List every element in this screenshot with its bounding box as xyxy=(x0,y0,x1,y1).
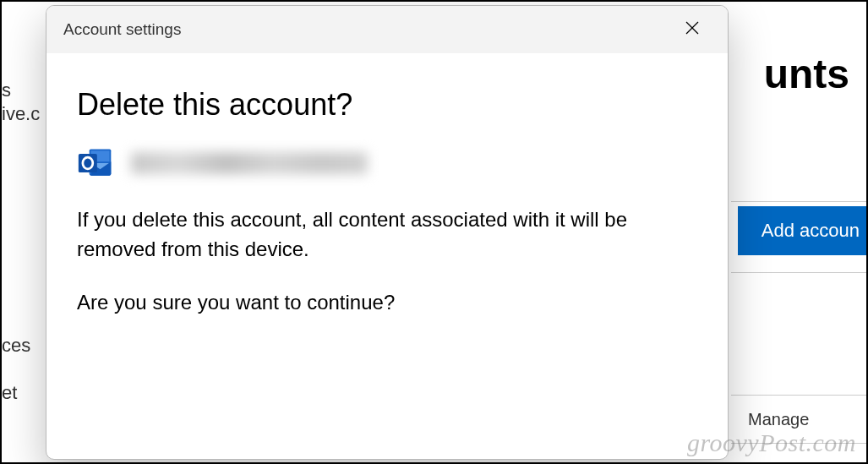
manage-label: Manage xyxy=(748,410,809,429)
manage-row[interactable]: Manage xyxy=(731,395,866,444)
sidebar-text-fragment: ces xyxy=(2,335,30,357)
divider xyxy=(731,201,866,202)
close-icon xyxy=(685,21,699,39)
sidebar-text-fragment: ive.c xyxy=(2,103,40,125)
dialog-warning-text: If you delete this account, all content … xyxy=(77,205,697,265)
sidebar-text-fragment: et xyxy=(2,382,17,404)
divider xyxy=(731,272,866,273)
dialog-confirm-text: Are you sure you want to continue? xyxy=(77,288,697,318)
account-settings-dialog: Account settings Delete this account? xyxy=(46,5,729,460)
add-account-button[interactable]: Add accoun xyxy=(738,206,866,255)
close-button[interactable] xyxy=(674,11,711,48)
dialog-heading: Delete this account? xyxy=(77,87,697,123)
page-title-fragment: unts xyxy=(764,51,849,97)
dialog-header-title: Account settings xyxy=(63,20,181,39)
account-row xyxy=(77,145,697,182)
sidebar-text-fragment: s xyxy=(2,79,11,101)
account-email-redacted xyxy=(131,152,368,174)
outlook-icon xyxy=(77,145,114,182)
dialog-header: Account settings xyxy=(46,6,728,53)
dialog-body: Delete this account? If you delete this … xyxy=(46,53,728,459)
